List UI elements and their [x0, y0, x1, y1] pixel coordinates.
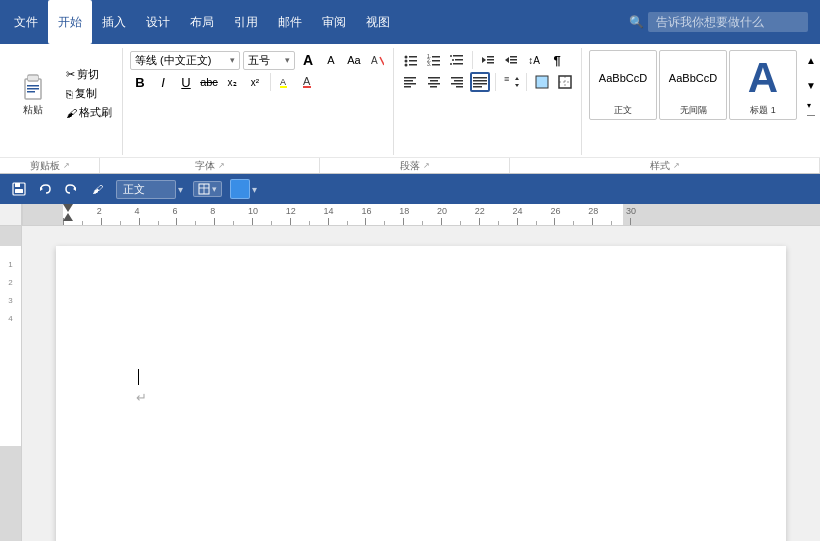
- style-normal-label: 正文: [614, 104, 632, 117]
- qa-undo-button[interactable]: [34, 178, 56, 200]
- subscript-button[interactable]: x₂: [222, 72, 242, 92]
- decrease-indent-button[interactable]: [478, 50, 498, 70]
- svg-line-7: [380, 57, 384, 65]
- svg-rect-15: [409, 60, 417, 62]
- document-text-cursor-line[interactable]: [136, 366, 706, 388]
- svg-rect-31: [487, 56, 494, 58]
- svg-rect-13: [409, 56, 417, 58]
- menu-item-review[interactable]: 审阅: [312, 0, 356, 44]
- font-family-chevron: ▾: [230, 55, 235, 65]
- font-case-button[interactable]: Aa: [344, 50, 364, 70]
- align-center-button[interactable]: [424, 72, 444, 92]
- numbering-button[interactable]: 1. 2. 3.: [424, 50, 444, 70]
- document-page[interactable]: ↵: [56, 246, 786, 541]
- style-heading1-label: 标题 1: [750, 104, 776, 117]
- align-right-button[interactable]: [447, 72, 467, 92]
- styles-label-cell[interactable]: 样式 ↗: [510, 158, 820, 173]
- menu-item-layout[interactable]: 布局: [180, 0, 224, 44]
- menu-item-home[interactable]: 开始: [48, 0, 92, 44]
- show-hide-button[interactable]: ¶: [547, 50, 567, 70]
- svg-rect-47: [454, 80, 463, 82]
- superscript-button[interactable]: x²: [245, 72, 265, 92]
- copy-button[interactable]: ⎘ 复制: [62, 85, 116, 102]
- separator3: [495, 73, 496, 91]
- search-icon: 🔍: [629, 15, 644, 29]
- sort-button[interactable]: ↕A: [524, 50, 544, 70]
- color-button[interactable]: [230, 179, 250, 199]
- paragraph-label-cell[interactable]: 段落 ↗: [320, 158, 510, 173]
- para-row2: ≡: [401, 72, 575, 92]
- format-painter-button[interactable]: 🖌 格式刷: [62, 104, 116, 121]
- styles-scroll-up[interactable]: ▲: [801, 50, 820, 70]
- menu-item-references[interactable]: 引用: [224, 0, 268, 44]
- table-button[interactable]: ▾: [193, 181, 222, 197]
- styles-expand[interactable]: ▾—: [801, 100, 820, 120]
- svg-marker-69: [63, 204, 73, 212]
- underline-button[interactable]: U: [176, 72, 196, 92]
- paste-button[interactable]: 粘贴: [8, 50, 58, 137]
- svg-rect-29: [453, 63, 463, 65]
- style-no-spacing[interactable]: AaBbCcD 无间隔: [659, 50, 727, 120]
- style-heading1[interactable]: A 标题 1: [729, 50, 797, 120]
- styles-group: AaBbCcD 正文 AaBbCcD 无间隔 A 标题 1: [583, 48, 818, 155]
- cut-button[interactable]: ✂ 剪切: [62, 66, 116, 83]
- strikethrough-button[interactable]: abc: [199, 72, 219, 92]
- menu-item-design[interactable]: 设计: [136, 0, 180, 44]
- style-selector-box[interactable]: 正文: [116, 180, 176, 199]
- shading-button[interactable]: [532, 72, 552, 92]
- font-size-select[interactable]: 五号 ▾: [243, 51, 295, 70]
- clipboard-expand-icon: ↗: [63, 161, 70, 170]
- document-paragraph-mark[interactable]: ↵: [136, 388, 706, 409]
- qa-redo-button[interactable]: [60, 178, 82, 200]
- horizontal-ruler[interactable]: 24681012141618202224262830: [22, 204, 820, 225]
- table-chevron-icon: ▾: [212, 184, 217, 194]
- clipboard-label-cell[interactable]: 剪贴板 ↗: [0, 158, 100, 173]
- style-heading1-preview: A: [733, 55, 793, 101]
- quick-access-toolbar: 🖌 正文 ▾ ▾ ▾: [0, 174, 820, 204]
- font-color-button[interactable]: A: [299, 72, 319, 92]
- svg-rect-50: [473, 77, 487, 79]
- svg-rect-36: [510, 59, 517, 61]
- svg-marker-70: [63, 213, 73, 221]
- clear-formatting-button[interactable]: A: [367, 50, 387, 70]
- paragraph-expand-icon: ↗: [423, 161, 430, 170]
- font-grow-button[interactable]: A: [298, 50, 318, 70]
- menu-item-file[interactable]: 文件: [4, 0, 48, 44]
- borders-button[interactable]: [555, 72, 575, 92]
- search-input[interactable]: [648, 12, 808, 32]
- styles-scroll-down[interactable]: ▼: [801, 75, 820, 95]
- line-spacing-button[interactable]: ≡: [501, 72, 521, 92]
- indent-marker[interactable]: [63, 204, 73, 221]
- menu-item-view[interactable]: 视图: [356, 0, 400, 44]
- font-size-chevron: ▾: [285, 55, 290, 65]
- justify-button[interactable]: [470, 72, 490, 92]
- svg-rect-23: [432, 64, 440, 66]
- style-no-spacing-label: 无间隔: [680, 104, 707, 117]
- ribbon-content: 粘贴 ✂ 剪切 ⎘ 复制 🖌 格式刷 等线: [0, 44, 820, 157]
- align-left-button[interactable]: [401, 72, 421, 92]
- ruler-area: 24681012141618202224262830: [0, 204, 820, 226]
- svg-rect-44: [428, 83, 440, 85]
- svg-rect-2: [28, 76, 38, 80]
- style-selector: 正文 ▾: [116, 180, 183, 199]
- qa-save-button[interactable]: [8, 178, 30, 200]
- increase-indent-button[interactable]: [501, 50, 521, 70]
- bold-button[interactable]: B: [130, 72, 150, 92]
- clipboard-sub: ✂ 剪切 ⎘ 复制 🖌 格式刷: [62, 50, 116, 137]
- page-container[interactable]: ↵: [22, 226, 820, 541]
- style-normal[interactable]: AaBbCcD 正文: [589, 50, 657, 120]
- font-shrink-button[interactable]: A: [321, 50, 341, 70]
- italic-button[interactable]: I: [153, 72, 173, 92]
- svg-rect-46: [451, 77, 463, 79]
- font-family-select[interactable]: 等线 (中文正文) ▾: [130, 51, 240, 70]
- menu-item-mail[interactable]: 邮件: [268, 0, 312, 44]
- menu-bar: 文件 开始 插入 设计 布局 引用 邮件 审阅 视图 🔍: [0, 0, 820, 44]
- svg-rect-19: [432, 56, 440, 58]
- highlight-button[interactable]: A: [276, 72, 296, 92]
- multilevel-list-button[interactable]: [447, 50, 467, 70]
- qa-format-painter-button[interactable]: 🖌: [86, 178, 108, 200]
- menu-item-insert[interactable]: 插入: [92, 0, 136, 44]
- font-label-cell[interactable]: 字体 ↗: [100, 158, 320, 173]
- bullets-button[interactable]: [401, 50, 421, 70]
- style-chevron-icon: ▾: [178, 184, 183, 195]
